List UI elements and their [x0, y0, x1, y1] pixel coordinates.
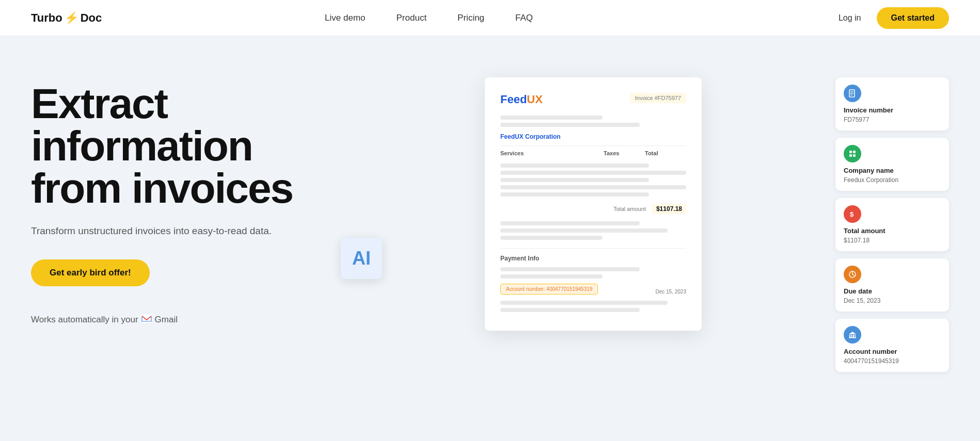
invoice-address-lines	[500, 116, 686, 127]
svg-marker-15	[849, 332, 856, 334]
nav-faq[interactable]: FAQ	[515, 13, 533, 23]
navbar: Turbo ⚡ Doc Live demo Product Pricing FA…	[0, 0, 980, 36]
card-label-3: Due date	[844, 287, 941, 295]
grid-icon	[844, 145, 861, 162]
hero-right-cards: Invoice number FD75977 Company name Feed…	[835, 72, 949, 372]
card-label-0: Invoice number	[844, 106, 941, 114]
gmail-line: Works automatically in your Gmail	[31, 315, 351, 325]
card-value-0: FD75977	[844, 116, 941, 123]
card-company-name: Company name Feedux Corporation	[835, 138, 949, 191]
col-services: Services	[500, 150, 604, 156]
col-taxes: Taxes	[604, 150, 645, 156]
logo-feed: Feed	[500, 93, 527, 106]
logo-text1: Turbo	[31, 11, 62, 25]
svg-rect-14	[855, 335, 856, 337]
card-icon-row-5	[844, 326, 941, 344]
invoice-table-header: Services Taxes Total	[500, 145, 686, 160]
logo-ux: UX	[527, 93, 543, 106]
svg-rect-7	[849, 154, 852, 157]
card-icon-row-3: $	[844, 205, 941, 223]
account-highlight: Account number: 4004770151945319	[500, 284, 598, 295]
card-icon-row-2	[844, 145, 941, 162]
hero-subtitle: Transform unstructured invoices into eas…	[31, 224, 351, 239]
col-total: Total	[645, 150, 686, 156]
invoice-total-row: Total amount $1107.18	[500, 204, 686, 214]
invoice-bottom-lines	[500, 301, 686, 312]
bank-icon	[844, 326, 861, 344]
invoice-header: FeedUX Invoice #FD75977	[500, 93, 686, 106]
svg-rect-13	[853, 335, 854, 337]
card-value-1: Feedux Corporation	[844, 176, 941, 184]
total-label: Total amount	[613, 206, 646, 212]
card-label-2: Total amount	[844, 227, 941, 235]
logo[interactable]: Turbo ⚡ Doc	[31, 11, 102, 25]
nav-right: Log in Get started	[839, 7, 949, 29]
svg-rect-11	[849, 335, 850, 337]
payment-section: Payment Info Account number: 40047701519…	[500, 248, 686, 312]
gmail-suffix: Gmail	[155, 315, 178, 325]
card-account-number: Account number 4004770151945319	[835, 319, 949, 372]
card-due-date: Due date Dec 15, 2023	[835, 258, 949, 312]
document-icon	[844, 85, 861, 102]
hero-center: FeedUX Invoice #FD75977 FeedUX Corporati…	[351, 77, 835, 331]
payment-title: Payment Info	[500, 255, 686, 262]
payment-row: Account number: 4004770151945319 Dec 15,…	[500, 284, 686, 295]
login-link[interactable]: Log in	[839, 13, 861, 23]
svg-text:$: $	[850, 210, 854, 218]
total-value: $1107.18	[652, 204, 686, 214]
svg-rect-16	[849, 337, 856, 338]
nav-pricing[interactable]: Pricing	[457, 13, 484, 23]
card-value-2: $1107.18	[844, 237, 941, 244]
hero-title: Extract information from invoices	[31, 83, 351, 209]
invoice-number-badge: Invoice #FD75977	[630, 93, 686, 103]
card-label-1: Company name	[844, 167, 941, 174]
svg-rect-5	[849, 151, 852, 153]
invoice-company-name: FeedUX Corporation	[500, 133, 686, 140]
card-icon-row-4	[844, 266, 941, 283]
card-invoice-number: Invoice number FD75977	[835, 77, 949, 130]
logo-bolt: ⚡	[65, 11, 78, 25]
nav-links: Live demo Product Pricing FAQ	[325, 13, 533, 23]
svg-rect-6	[853, 151, 856, 153]
svg-rect-8	[853, 154, 856, 157]
clock-icon	[844, 266, 861, 283]
hero-section: Extract information from invoices Transf…	[0, 36, 980, 441]
gmail-prefix: Works automatically in your	[31, 315, 138, 325]
card-icon-row-1	[844, 85, 941, 102]
dollar-icon: $	[844, 205, 861, 223]
ai-badge: AI	[341, 238, 382, 279]
card-value-4: 4004770151945319	[844, 357, 941, 365]
gmail-icon	[141, 315, 152, 325]
invoice-card: FeedUX Invoice #FD75977 FeedUX Corporati…	[485, 77, 702, 331]
svg-rect-12	[851, 335, 852, 337]
nav-live-demo[interactable]: Live demo	[325, 13, 365, 23]
card-total-amount: $ Total amount $1107.18	[835, 198, 949, 251]
get-started-button[interactable]: Get started	[877, 7, 949, 29]
logo-text2: Doc	[81, 11, 102, 25]
invoice-more-lines	[500, 221, 686, 240]
invoice-table-rows	[500, 164, 686, 197]
card-value-3: Dec 15, 2023	[844, 297, 941, 304]
nav-product[interactable]: Product	[397, 13, 427, 23]
invoice-date: Dec 15, 2023	[656, 289, 687, 295]
feedux-logo: FeedUX	[500, 93, 543, 106]
hero-left: Extract information from invoices Transf…	[31, 67, 351, 325]
card-label-4: Account number	[844, 348, 941, 355]
cta-button[interactable]: Get early bird offer!	[31, 259, 150, 286]
payment-lines	[500, 267, 686, 279]
